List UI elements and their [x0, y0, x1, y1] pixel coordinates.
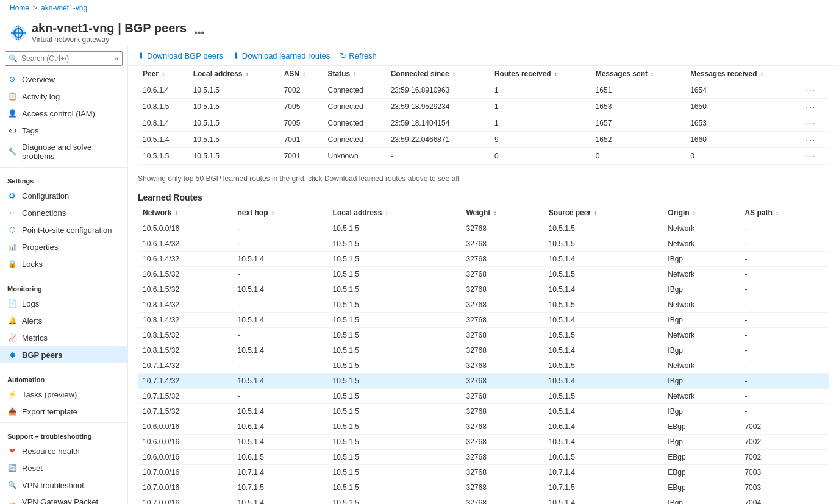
asn-cell: 7001 [279, 132, 323, 148]
row-more-icon[interactable]: ··· [805, 85, 816, 95]
sidebar-item-reset[interactable]: 🔄 Reset [0, 460, 127, 477]
messages-received-cell: 1653 [685, 115, 801, 132]
sidebar-item-vpn-troubleshoot[interactable]: 🔍 VPN troubleshoot [0, 477, 127, 494]
row-more-icon[interactable]: ··· [805, 135, 816, 144]
sidebar-item-logs[interactable]: 📄 Logs [0, 295, 127, 312]
breadcrumb-home[interactable]: Home [10, 4, 29, 12]
source-peer-cell: 10.5.1.5 [544, 297, 663, 313]
next-hop-cell: - [233, 297, 328, 313]
table-row: 10.7.1.4/32 10.5.1.4 10.5.1.5 32768 10.5… [138, 374, 829, 389]
download-routes-icon: ⬇ [233, 51, 240, 60]
next-hop-cell: - [233, 236, 328, 252]
sidebar-divider-support [0, 422, 127, 423]
as-path-cell: - [740, 236, 829, 252]
col-next-hop[interactable]: next hop ↕ [233, 205, 328, 221]
col-local-address[interactable]: Local address ↕ [328, 205, 462, 221]
sidebar-item-tasks[interactable]: ⚡ Tasks (preview) [0, 386, 127, 403]
asn-cell: 7005 [279, 99, 323, 115]
learned-routes-title: Learned Routes [138, 188, 829, 205]
weight-cell: 32768 [461, 465, 543, 480]
peer-cell: 10.5.1.5 [138, 148, 188, 165]
origin-cell: IBgp [663, 404, 740, 419]
col-origin[interactable]: Origin ↕ [663, 205, 740, 221]
download-routes-button[interactable]: ⬇ Download learned routes [233, 51, 330, 60]
origin-cell: Network [663, 328, 740, 343]
source-peer-cell: 10.5.1.4 [544, 435, 663, 450]
origin-cell: Network [663, 389, 740, 404]
collapse-icon[interactable]: « [115, 54, 119, 63]
actions-cell[interactable]: ··· [801, 82, 829, 99]
download-bgp-peers-button[interactable]: ⬇ Download BGP peers [138, 51, 223, 60]
sidebar-item-tags[interactable]: 🏷 Tags [0, 122, 127, 139]
search-input[interactable] [5, 51, 123, 66]
page-more-icon[interactable]: ••• [194, 27, 204, 38]
as-path-cell: 7002 [740, 419, 829, 435]
col-actions-header [801, 66, 829, 82]
sidebar-item-metrics[interactable]: 📈 Metrics [0, 329, 127, 346]
refresh-button[interactable]: ↻ Refresh [340, 51, 377, 60]
sidebar-item-configuration[interactable]: ⚙ Configuration [0, 187, 127, 204]
actions-cell[interactable]: ··· [801, 115, 829, 132]
source-peer-cell: 10.6.1.4 [544, 419, 663, 435]
sidebar-item-diagnose[interactable]: 🔧 Diagnose and solve problems [0, 139, 127, 165]
col-network[interactable]: Network ↕ [138, 205, 233, 221]
sidebar-item-activity-log[interactable]: 📋 Activity log [0, 88, 127, 105]
weight-cell: 32768 [461, 313, 543, 328]
sidebar-item-overview[interactable]: ⊙ Overview [0, 71, 127, 88]
network-cell: 10.6.0.0/16 [138, 435, 233, 450]
col-asn[interactable]: ASN ↕ [279, 66, 323, 82]
bgp-icon: ◈ [7, 350, 17, 360]
download-routes-label: Download learned routes [242, 51, 330, 60]
export-icon: 📤 [7, 406, 17, 416]
origin-cell: EBgp [663, 450, 740, 465]
sidebar-item-p2s[interactable]: ⬡ Point-to-site configuration [0, 221, 127, 238]
as-path-cell: 7003 [740, 465, 829, 480]
col-messages-sent[interactable]: Messages sent ↕ [591, 66, 686, 82]
as-path-cell: 7004 [740, 495, 829, 505]
sidebar-item-vpn-packet-capture[interactable]: 📦 VPN Gateway Packet Capture [0, 494, 127, 504]
source-peer-cell: 10.5.1.4 [544, 495, 663, 505]
network-cell: 10.8.1.5/32 [138, 328, 233, 343]
sidebar-item-properties[interactable]: 📊 Properties [0, 238, 127, 255]
sidebar: 🔍 « ⊙ Overview 📋 Activity log 👤 Access c… [0, 46, 128, 504]
sidebar-item-export-template[interactable]: 📤 Export template [0, 403, 127, 420]
actions-cell[interactable]: ··· [801, 148, 829, 165]
table-row: 10.8.1.4/32 - 10.5.1.5 32768 10.5.1.5 Ne… [138, 297, 829, 313]
actions-cell[interactable]: ··· [801, 99, 829, 115]
col-messages-received[interactable]: Messages received ↕ [685, 66, 801, 82]
col-status[interactable]: Status ↕ [323, 66, 386, 82]
origin-cell: EBgp [663, 480, 740, 495]
sidebar-item-locks[interactable]: 🔒 Locks [0, 255, 127, 272]
table-row: 10.5.1.5 10.5.1.5 7001 Unknown - 0 0 0 ·… [138, 148, 829, 165]
sidebar-item-label: Overview [22, 75, 55, 84]
weight-cell: 32768 [461, 343, 543, 358]
sidebar-item-resource-health[interactable]: ❤ Resource health [0, 442, 127, 460]
bgp-peers-section: Peer ↕ Local address ↕ ASN ↕ Status ↕ Co… [138, 66, 829, 165]
local-address-cell: 10.5.1.5 [328, 419, 462, 435]
table-row: 10.6.1.4 10.5.1.5 7002 Connected 23:59:1… [138, 82, 829, 99]
source-peer-cell: 10.5.1.5 [544, 328, 663, 343]
table-row: 10.8.1.5 10.5.1.5 7005 Connected 23:59:1… [138, 99, 829, 115]
col-routes-received[interactable]: Routes received ↕ [490, 66, 591, 82]
col-as-path[interactable]: AS path ↕ [740, 205, 829, 221]
col-source-peer[interactable]: Source peer ↕ [544, 205, 663, 221]
table-row: 10.5.1.4 10.5.1.5 7001 Connected 23:59:2… [138, 132, 829, 148]
row-more-icon[interactable]: ··· [805, 151, 816, 161]
status-cell: Connected [323, 82, 386, 99]
row-more-icon[interactable]: ··· [805, 102, 816, 112]
source-peer-cell: 10.5.1.4 [544, 313, 663, 328]
col-connected-since[interactable]: Connected since ↕ [386, 66, 490, 82]
col-peer[interactable]: Peer ↕ [138, 66, 188, 82]
sidebar-item-label: Resource health [22, 447, 80, 456]
sidebar-item-connections[interactable]: ↔ Connections [0, 204, 127, 221]
sidebar-item-bgp-peers[interactable]: ◈ BGP peers [0, 346, 127, 363]
network-cell: 10.7.1.5/32 [138, 389, 233, 404]
status-cell: Connected [323, 115, 386, 132]
actions-cell[interactable]: ··· [801, 132, 829, 148]
col-local[interactable]: Local address ↕ [188, 66, 279, 82]
row-more-icon[interactable]: ··· [805, 118, 816, 128]
sidebar-item-alerts[interactable]: 🔔 Alerts [0, 312, 127, 329]
col-weight[interactable]: Weight ↕ [461, 205, 543, 221]
breadcrumb-current[interactable]: akn-vnet1-vng [41, 4, 87, 12]
sidebar-item-iam[interactable]: 👤 Access control (IAM) [0, 105, 127, 122]
